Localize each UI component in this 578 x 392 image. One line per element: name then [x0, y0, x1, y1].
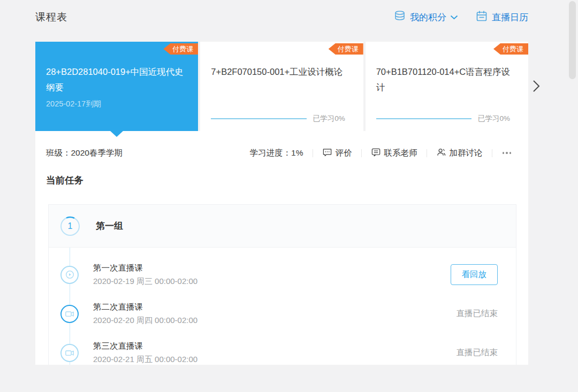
person-icon: [436, 147, 446, 159]
message-icon: [371, 147, 381, 159]
course-card-active[interactable]: 付费课 28+B2D281040-019+中国近现代史纲要 2025-02-17…: [35, 42, 198, 131]
topbar-actions: 我的积分 直播日历: [393, 10, 528, 25]
study-progress-label: 学习进度：1%: [250, 148, 303, 159]
course-progress: 已学习0%: [211, 114, 345, 124]
course-detail-panel: 班级：2020春季学期 学习进度：1% 评价: [35, 131, 528, 365]
group-number-badge: 1: [60, 216, 80, 236]
group-number: 1: [60, 216, 80, 236]
task-title: 第一次直播课: [93, 263, 197, 274]
task-group-panel: 1 第一组 第一次直播课 2020-02-19 周三 00:00-02:00: [48, 204, 516, 365]
course-card[interactable]: 付费课 7+B2F070150-001+工业设计概论 已学习0%: [200, 42, 363, 131]
current-tasks-heading: 当前任务: [46, 174, 83, 187]
paid-course-badge: 付费课: [493, 43, 528, 55]
live-ended-status: 直播已结束: [457, 309, 498, 318]
divider: [361, 149, 362, 157]
task-time: 2020-02-20 周四 00:00-02:00: [93, 316, 197, 326]
comment-icon: [322, 147, 332, 159]
task-time: 2020-02-19 周三 00:00-02:00: [93, 276, 197, 287]
coins-icon: [393, 10, 406, 25]
class-label: 班级：2020春季学期: [46, 148, 123, 159]
task-row[interactable]: 第二次直播课 2020-02-20 周四 00:00-02:00 直播已结束: [49, 294, 516, 333]
my-points-label: 我的积分: [410, 11, 446, 24]
task-title: 第三次直播课: [93, 341, 197, 352]
live-ended-status: 直播已结束: [457, 348, 498, 357]
divider: [427, 149, 427, 157]
task-row[interactable]: 第三次直播课 2020-02-21 周五 00:00-02:00 直播已结束: [49, 333, 516, 365]
task-texts: 第一次直播课 2020-02-19 周三 00:00-02:00: [93, 263, 197, 287]
rate-label: 评价: [336, 148, 352, 159]
course-title: 28+B2D281040-019+中国近现代史纲要: [46, 64, 187, 95]
course-expiry: 2025-02-17到期: [46, 99, 187, 109]
divider: [313, 149, 313, 157]
group-discussion-button[interactable]: 加群讨论: [436, 147, 483, 159]
rate-button[interactable]: 评价: [322, 147, 352, 159]
my-points-menu[interactable]: 我的积分: [393, 10, 458, 25]
group-header: 1 第一组: [49, 205, 516, 248]
contact-teacher-label: 联系老师: [384, 148, 417, 159]
calendar-icon: [475, 10, 488, 25]
paid-course-badge: 付费课: [163, 43, 198, 55]
task-texts: 第三次直播课 2020-02-21 周五 00:00-02:00: [93, 341, 197, 365]
divider: [492, 149, 492, 157]
live-camera-icon: [60, 305, 79, 323]
course-title: 7+B2F070150-001+工业设计概论: [211, 64, 352, 80]
paid-course-badge: 付费课: [329, 43, 363, 55]
course-card[interactable]: 付费课 70+B1B701120-014+C语言程序设计 已学习0%: [366, 42, 528, 131]
task-texts: 第二次直播课 2020-02-20 周四 00:00-02:00: [93, 302, 197, 326]
course-title: 70+B1B701120-014+C语言程序设计: [376, 64, 518, 95]
live-calendar-button[interactable]: 直播日历: [475, 10, 528, 25]
task-time: 2020-02-21 周五 00:00-02:00: [93, 355, 197, 365]
info-actions: 学习进度：1% 评价: [250, 147, 512, 159]
progress-bar: [211, 118, 306, 119]
progress-bar: [376, 118, 471, 119]
task-row[interactable]: 第一次直播课 2020-02-19 周三 00:00-02:00 看回放: [49, 255, 516, 294]
group-discussion-label: 加群讨论: [450, 148, 483, 159]
live-camera-icon: [60, 344, 79, 362]
page-title: 课程表: [35, 10, 67, 24]
more-options-icon[interactable]: [501, 150, 513, 156]
course-progress: 已学习0%: [376, 114, 510, 124]
live-calendar-label: 直播日历: [492, 11, 528, 24]
carousel-next-icon[interactable]: [530, 79, 542, 94]
replay-icon: [60, 266, 79, 284]
group-name: 第一组: [96, 220, 123, 232]
task-title: 第二次直播课: [93, 302, 197, 313]
task-list: 第一次直播课 2020-02-19 周三 00:00-02:00 看回放 第二次…: [49, 248, 516, 365]
course-card-carousel: 付费课 28+B2D281040-019+中国近现代史纲要 2025-02-17…: [35, 42, 528, 131]
watch-replay-button[interactable]: 看回放: [451, 264, 498, 285]
vertical-scrollbar[interactable]: [569, 1, 576, 79]
chevron-down-icon: [450, 12, 458, 22]
course-info-bar: 班级：2020春季学期 学习进度：1% 评价: [46, 143, 512, 163]
topbar: 课程表 我的积分: [35, 7, 528, 27]
progress-label: 已学习0%: [478, 114, 510, 124]
progress-label: 已学习0%: [313, 114, 345, 124]
contact-teacher-button[interactable]: 联系老师: [371, 147, 417, 159]
